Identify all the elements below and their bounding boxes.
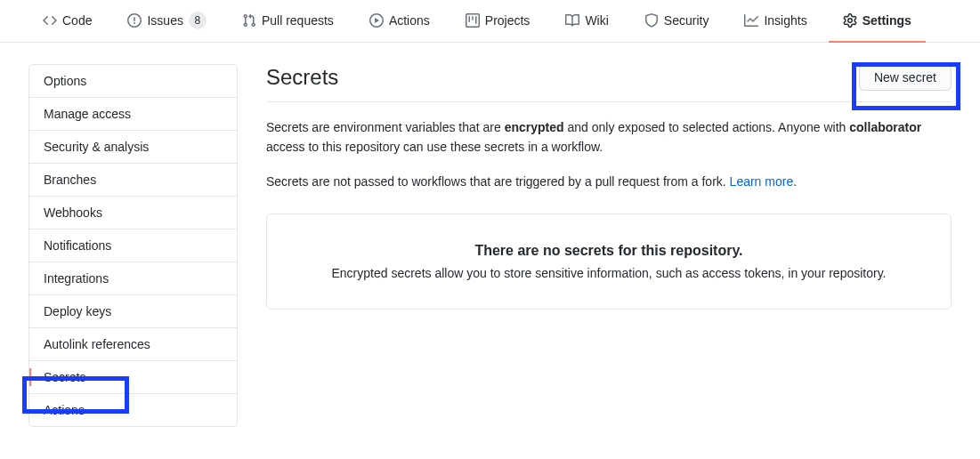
- sidebar-item-options[interactable]: Options: [29, 65, 237, 98]
- secrets-description-1: Secrets are environment variables that a…: [266, 118, 952, 157]
- sidebar-item-security-analysis[interactable]: Security & analysis: [29, 131, 237, 164]
- page-title: Secrets: [266, 65, 338, 90]
- gear-icon: [843, 13, 857, 28]
- shield-icon: [644, 13, 659, 28]
- tab-label: Actions: [389, 13, 430, 28]
- git-pull-request-icon: [242, 13, 256, 28]
- secrets-description-2: Secrets are not passed to workflows that…: [266, 173, 952, 192]
- tab-label: Code: [62, 13, 92, 28]
- issues-count-badge: 8: [189, 12, 207, 29]
- play-icon: [369, 13, 384, 28]
- sidebar-item-manage-access[interactable]: Manage access: [29, 98, 237, 131]
- empty-heading: There are no secrets for this repository…: [296, 243, 922, 259]
- tab-security[interactable]: Security: [630, 0, 724, 43]
- tab-actions[interactable]: Actions: [355, 0, 444, 43]
- repo-tabs: Code Issues 8 Pull requests Actions Proj…: [0, 0, 980, 43]
- tab-issues[interactable]: Issues 8: [113, 0, 220, 43]
- sidebar-item-notifications[interactable]: Notifications: [29, 230, 237, 262]
- tab-pulls[interactable]: Pull requests: [228, 0, 348, 43]
- tab-settings[interactable]: Settings: [829, 0, 926, 43]
- tab-wiki[interactable]: Wiki: [551, 0, 622, 43]
- tab-label: Insights: [764, 13, 806, 28]
- issue-icon: [127, 13, 142, 28]
- sidebar-item-branches[interactable]: Branches: [29, 164, 237, 197]
- tab-projects[interactable]: Projects: [451, 0, 545, 43]
- learn-more-link[interactable]: Learn more: [730, 174, 794, 189]
- tab-label: Issues: [147, 13, 182, 28]
- tab-code[interactable]: Code: [28, 0, 106, 43]
- new-secret-button[interactable]: New secret: [859, 64, 952, 91]
- project-icon: [466, 13, 480, 28]
- book-icon: [565, 13, 579, 28]
- settings-sidebar: Options Manage access Security & analysi…: [28, 64, 238, 427]
- tab-insights[interactable]: Insights: [730, 0, 821, 43]
- tab-label: Wiki: [585, 13, 608, 28]
- sidebar-item-webhooks[interactable]: Webhooks: [29, 197, 237, 230]
- graph-icon: [744, 13, 758, 28]
- page-body: Options Manage access Security & analysi…: [0, 43, 980, 448]
- empty-secrets-panel: There are no secrets for this repository…: [266, 213, 952, 310]
- tab-label: Projects: [485, 13, 530, 28]
- code-icon: [43, 13, 57, 28]
- sidebar-item-autolink[interactable]: Autolink references: [29, 328, 237, 361]
- sidebar-item-deploy-keys[interactable]: Deploy keys: [29, 295, 237, 328]
- tab-label: Settings: [863, 13, 911, 28]
- sidebar-item-secrets[interactable]: Secrets: [29, 361, 237, 394]
- sidebar-item-actions[interactable]: Actions: [29, 394, 237, 426]
- tab-label: Security: [664, 13, 709, 28]
- sidebar-item-integrations[interactable]: Integrations: [29, 262, 237, 295]
- tab-label: Pull requests: [262, 13, 334, 28]
- page-header: Secrets New secret: [266, 64, 952, 102]
- main-content: Secrets New secret Secrets are environme…: [266, 64, 952, 310]
- empty-subtext: Encrypted secrets allow you to store sen…: [296, 266, 922, 280]
